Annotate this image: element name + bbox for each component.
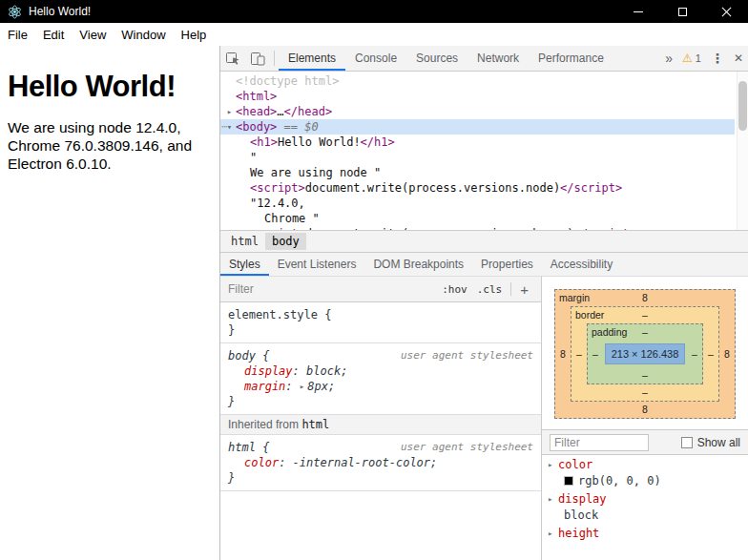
- rule-header: element.style {: [228, 307, 533, 322]
- sidebar-tab-styles[interactable]: Styles: [220, 253, 269, 276]
- sidebar-tab-accessibility[interactable]: Accessibility: [542, 253, 621, 276]
- border-left-value[interactable]: ‒: [571, 323, 587, 384]
- computed-property-name-line: ▸height: [548, 526, 742, 542]
- box-model-padding[interactable]: padding ‒ ‒ 213 × 126.438 ‒ ‒: [587, 323, 703, 384]
- code-token: {: [256, 440, 269, 455]
- css-declaration[interactable]: margin: ▸8px;: [228, 379, 533, 394]
- menu-file[interactable]: File: [0, 23, 35, 46]
- styles-filter-input[interactable]: [228, 282, 437, 296]
- sidebar-tab-properties[interactable]: Properties: [472, 253, 542, 276]
- rule-selector[interactable]: body: [228, 348, 256, 363]
- window-controls: [616, 0, 748, 23]
- pseudo-state-button[interactable]: :hov: [437, 283, 472, 296]
- sidebar-tab-dom-breakpoints[interactable]: DOM Breakpoints: [364, 253, 472, 276]
- more-tabs-button[interactable]: »: [660, 46, 677, 71]
- padding-left-value[interactable]: ‒: [588, 341, 603, 367]
- tree-node[interactable]: <script>document.write(process.versions.…: [220, 226, 735, 230]
- computed-property-name: display: [558, 492, 607, 506]
- border-right-value[interactable]: ‒: [703, 323, 718, 384]
- menu-window[interactable]: Window: [114, 23, 173, 46]
- margin-left-value[interactable]: 8: [555, 306, 571, 402]
- styles-filter-bar: :hov .cls +: [220, 277, 541, 302]
- padding-right-value[interactable]: ‒: [687, 341, 702, 367]
- devtools-tab-network[interactable]: Network: [468, 46, 529, 71]
- show-all-checkbox[interactable]: [681, 437, 693, 448]
- tree-node[interactable]: <script>document.write(process.versions.…: [220, 180, 735, 196]
- breadcrumb-body[interactable]: body: [265, 233, 306, 250]
- expand-arrow-icon[interactable]: ▸: [548, 457, 558, 473]
- code-token: </script>: [574, 227, 636, 230]
- scrollbar[interactable]: [737, 72, 748, 230]
- warnings-badge[interactable]: ⚠ 1: [677, 46, 706, 71]
- menu-help[interactable]: Help: [174, 23, 215, 46]
- box-model-margin[interactable]: margin 8 8 border ‒ ‒: [554, 289, 736, 419]
- tree-node[interactable]: <!doctype html>: [220, 73, 735, 89]
- margin-right-value[interactable]: 8: [719, 306, 735, 402]
- tree-node[interactable]: Chrome ": [220, 211, 735, 226]
- elements-panel: <!doctype html><html>▸<head>…</head>⋯▾<b…: [220, 72, 748, 230]
- css-declaration[interactable]: color: -internal-root-color;: [228, 455, 533, 470]
- css-declaration[interactable]: display: block;: [228, 363, 533, 379]
- stylesheet-origin-label: user agent stylesheet: [393, 348, 533, 363]
- tree-node[interactable]: We are using node ": [220, 165, 735, 180]
- minimize-button[interactable]: [616, 0, 660, 23]
- devtools-tab-performance[interactable]: Performance: [529, 46, 613, 71]
- code-token: <html>: [236, 90, 277, 103]
- titlebar[interactable]: Hello World!: [0, 0, 748, 23]
- code-token: <script>: [250, 227, 305, 230]
- computed-property-value: block: [564, 508, 598, 522]
- computed-property[interactable]: ▸height: [542, 526, 748, 544]
- tree-node[interactable]: ⋯▾<body> == $0: [220, 119, 735, 135]
- code-token: ;: [341, 364, 347, 378]
- tree-node[interactable]: <h1>Hello World!</h1>: [220, 135, 735, 150]
- computed-filter-input[interactable]: [550, 434, 649, 451]
- inherited-node-link[interactable]: html: [301, 418, 329, 431]
- expand-arrow-icon[interactable]: ▸: [548, 491, 558, 508]
- color-swatch: [564, 476, 573, 486]
- breadcrumb-html[interactable]: html: [224, 233, 265, 250]
- devtools-close-button[interactable]: ✕: [729, 46, 748, 71]
- scrollbar-thumb[interactable]: [738, 81, 747, 131]
- expand-arrow-icon[interactable]: ▸: [300, 382, 304, 391]
- devtools-tab-elements[interactable]: Elements: [279, 46, 345, 71]
- devtools-menu-button[interactable]: ⋮: [706, 46, 729, 71]
- maximize-button[interactable]: [660, 0, 704, 23]
- computed-pane: margin 8 8 border ‒ ‒: [541, 277, 748, 560]
- close-button[interactable]: [704, 0, 748, 23]
- rule-selector[interactable]: element.style: [228, 307, 318, 322]
- element-classes-button[interactable]: .cls: [472, 283, 508, 296]
- style-rule: body {user agent stylesheetdisplay: bloc…: [220, 343, 541, 415]
- border-bottom-value[interactable]: ‒: [571, 384, 718, 401]
- box-model-content[interactable]: 213 × 126.438: [605, 343, 685, 364]
- menu-view[interactable]: View: [72, 23, 114, 46]
- code-token: document.write(process.versions.chrome): [305, 227, 574, 230]
- inspect-element-button[interactable]: [220, 46, 245, 71]
- computed-property[interactable]: ▸colorrgb(0, 0, 0): [542, 457, 748, 491]
- tree-node[interactable]: <html>: [220, 89, 735, 104]
- code-token: ": [250, 151, 257, 164]
- sidebar-tab-event-listeners[interactable]: Event Listeners: [269, 253, 365, 276]
- devtools-tab-console[interactable]: Console: [345, 46, 406, 71]
- tree-node[interactable]: "12.4.0,: [220, 196, 735, 211]
- computed-property[interactable]: ▸displayblock: [542, 491, 748, 526]
- app-content: Hello World! We are using node 12.4.0, C…: [0, 46, 219, 560]
- tree-expand-arrow-icon[interactable]: ▸: [223, 104, 236, 119]
- css-property-value: 8px: [307, 380, 328, 393]
- box-model-border[interactable]: border ‒ ‒ padding ‒ ‒: [571, 306, 719, 402]
- expand-arrow-icon[interactable]: ▸: [548, 526, 558, 542]
- menu-edit[interactable]: Edit: [35, 23, 72, 46]
- device-toolbar-button[interactable]: [245, 46, 270, 71]
- tree-node[interactable]: ": [220, 150, 735, 165]
- devtools-tab-sources[interactable]: Sources: [406, 46, 468, 71]
- tree-node[interactable]: ▸<head>…</head>: [220, 104, 735, 119]
- inherited-from-text: Inherited from: [228, 418, 301, 431]
- margin-bottom-value[interactable]: 8: [555, 402, 735, 418]
- new-style-rule-button[interactable]: +: [515, 281, 533, 298]
- rule-close-brace: }: [228, 394, 533, 409]
- padding-bottom-value[interactable]: ‒: [588, 367, 702, 384]
- rule-header: body {user agent stylesheet: [228, 348, 533, 363]
- code-token: ;: [430, 456, 437, 469]
- rule-selector[interactable]: html: [228, 440, 256, 455]
- css-property-name: color: [244, 456, 279, 469]
- code-token: <body>: [236, 120, 277, 134]
